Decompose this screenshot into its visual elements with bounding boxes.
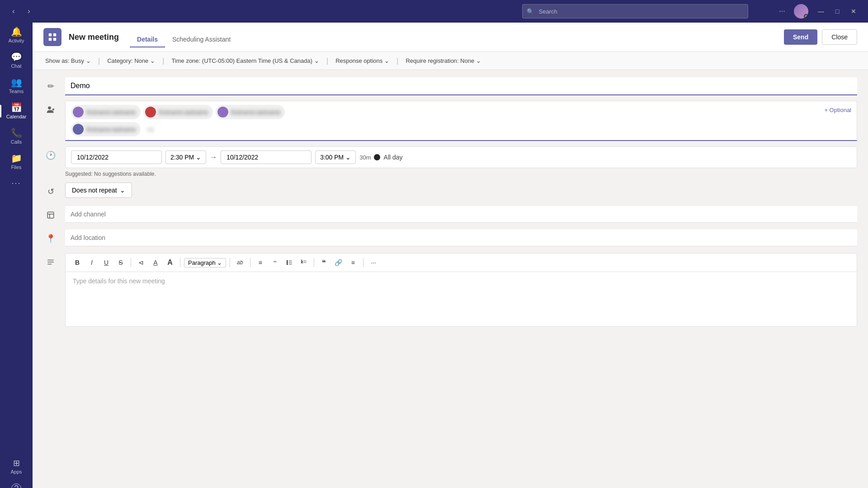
bullets-button[interactable]	[283, 256, 296, 269]
minimize-button[interactable]: —	[814, 4, 828, 19]
numbering-button[interactable]: 1. 2.	[297, 256, 310, 269]
link-button[interactable]: 🔗	[332, 256, 345, 269]
tab-scheduling[interactable]: Scheduling Assistant	[165, 32, 238, 47]
start-time-label: 2:30 PM	[170, 154, 194, 161]
more-icon: ···	[11, 179, 21, 187]
sidebar-item-teams[interactable]: 👥 Teams	[0, 73, 33, 99]
sidebar-item-chat[interactable]: 💬 Chat	[0, 48, 33, 73]
sidebar-item-calendar[interactable]: 📅 Calendar	[0, 99, 33, 124]
nav-forward-button[interactable]: ›	[23, 5, 35, 18]
attendee-avatar-2	[145, 107, 156, 117]
channel-input[interactable]	[65, 206, 857, 223]
attendee-avatar-1	[73, 107, 84, 117]
attendee-row-1: firstname.lastname firstname.lastname fi…	[71, 105, 285, 119]
sidebar-item-help[interactable]: ? Help	[0, 479, 33, 488]
topbar-navigation: ‹ ›	[7, 5, 35, 18]
end-time-select[interactable]: 3:00 PM ⌄	[315, 150, 356, 164]
response-options-chevron: ⌄	[384, 57, 389, 64]
highlight-button[interactable]: ab	[234, 256, 246, 269]
search-bar: 🔍	[522, 4, 748, 19]
clock-icon: 🕐	[43, 146, 58, 164]
bold-button[interactable]: B	[71, 256, 84, 269]
more-toolbar-button[interactable]: ···	[367, 256, 380, 269]
sidebar-item-files-label: Files	[11, 164, 21, 170]
sidebar-item-files[interactable]: 📁 Files	[0, 149, 33, 174]
repeat-label: Does not repeat	[72, 187, 117, 194]
meeting-header: New meeting Details Scheduling Assistant…	[33, 23, 868, 52]
attendee-chip-1[interactable]: firstname.lastname	[71, 105, 141, 119]
maximize-button[interactable]: □	[830, 4, 844, 19]
require-registration-label: Require registration: None	[406, 57, 474, 64]
options-bar: Show as: Busy ⌄ | Category: None ⌄ | Tim…	[33, 52, 868, 70]
attendee-chip-4[interactable]: firstname.lastname	[71, 122, 141, 136]
attendee-chip-3[interactable]: firstname.lastname	[216, 105, 285, 119]
start-time-select[interactable]: 2:30 PM ⌄	[165, 150, 206, 164]
title-input[interactable]	[65, 77, 857, 95]
repeat-row: ↺ Does not repeat ⌄	[43, 183, 857, 201]
optional-button[interactable]: + Optional	[824, 107, 851, 113]
attendees-content: firstname.lastname firstname.lastname fi…	[65, 101, 857, 141]
attendee-avatar-3	[217, 107, 228, 117]
editor-body[interactable]: Type details for this new meeting	[66, 272, 857, 326]
location-content	[65, 230, 857, 246]
timezone-dropdown[interactable]: Time zone: (UTC-05:00) Eastern Time (US …	[170, 56, 321, 65]
tab-details[interactable]: Details	[130, 32, 165, 47]
more-attendees-text: +1	[147, 126, 154, 133]
text-align-button[interactable]: ≡	[347, 256, 359, 269]
require-registration-chevron: ⌄	[476, 57, 481, 64]
font-color-button[interactable]: A	[149, 256, 162, 269]
font-size-button[interactable]: A	[164, 256, 176, 269]
close-button[interactable]: ✕	[846, 4, 861, 19]
sidebar: 🔔 Activity 💬 Chat 👥 Teams 📅 Calendar 📞 C…	[0, 23, 33, 488]
sidebar-item-more[interactable]: ···	[0, 174, 33, 192]
sidebar-item-activity-label: Activity	[9, 38, 24, 43]
location-input[interactable]	[65, 230, 857, 246]
nav-back-button[interactable]: ‹	[7, 5, 20, 18]
show-as-dropdown[interactable]: Show as: Busy ⌄	[43, 56, 93, 65]
svg-rect-1	[53, 33, 56, 36]
require-registration-dropdown[interactable]: Require registration: None ⌄	[404, 56, 483, 65]
paragraph-dropdown[interactable]: Paragraph ⌄	[184, 258, 226, 267]
sidebar-item-apps[interactable]: ⊞ Apps	[0, 455, 33, 479]
sidebar-item-chat-label: Chat	[11, 63, 21, 69]
send-button[interactable]: Send	[784, 29, 817, 45]
meeting-title: New meeting	[69, 33, 119, 42]
sidebar-item-calls[interactable]: 📞 Calls	[0, 124, 33, 149]
attendees-box[interactable]: firstname.lastname firstname.lastname fi…	[65, 101, 857, 141]
repeat-select[interactable]: Does not repeat ⌄	[65, 183, 132, 198]
italic-button[interactable]: I	[85, 256, 98, 269]
toolbar-sep-3	[230, 258, 230, 267]
more-options-button[interactable]: ···	[776, 5, 788, 18]
sidebar-item-apps-label: Apps	[10, 469, 22, 474]
editor-placeholder: Type details for this new meeting	[73, 277, 165, 285]
calls-icon: 📞	[11, 128, 22, 137]
search-input[interactable]	[522, 4, 748, 19]
start-date-input[interactable]	[71, 150, 162, 164]
topbar: ‹ › 🔍 ··· — □ ✕	[0, 0, 868, 23]
decrease-indent-button[interactable]: ⊲	[135, 256, 147, 269]
svg-point-11	[287, 260, 288, 261]
end-date-input[interactable]	[221, 150, 311, 164]
datetime-content: 2:30 PM ⌄ → 3:00 PM ⌄ 30m All day Su	[65, 146, 857, 177]
category-dropdown[interactable]: Category: None ⌄	[105, 56, 157, 65]
datetime-inputs: 2:30 PM ⌄ → 3:00 PM ⌄ 30m All day	[65, 146, 857, 168]
strikethrough-button[interactable]: S	[114, 256, 127, 269]
attendee-chip-2[interactable]: firstname.lastname	[143, 105, 213, 119]
editor-row: B I U S ⊲ A A Paragraph ⌄	[43, 253, 857, 327]
paragraph-chevron: ⌄	[217, 259, 222, 266]
repeat-icon: ↺	[43, 183, 58, 201]
timezone-label: Time zone: (UTC-05:00) Eastern Time (US …	[171, 57, 312, 64]
avatar[interactable]	[794, 4, 808, 19]
editor-wrapper: B I U S ⊲ A A Paragraph ⌄	[65, 253, 857, 327]
align-left-button[interactable]: ≡	[254, 256, 267, 269]
quote-button[interactable]: ❝	[318, 256, 330, 269]
align-center-button[interactable]: ⁼	[269, 256, 281, 269]
underline-button[interactable]: U	[100, 256, 113, 269]
meeting-actions: Send Close	[784, 29, 857, 45]
sidebar-item-teams-label: Teams	[9, 89, 24, 94]
location-row: 📍	[43, 230, 857, 248]
apps-icon: ⊞	[13, 459, 20, 467]
sidebar-item-activity[interactable]: 🔔 Activity	[0, 23, 33, 48]
close-meeting-button[interactable]: Close	[822, 29, 857, 45]
response-options-dropdown[interactable]: Response options ⌄	[334, 56, 391, 65]
